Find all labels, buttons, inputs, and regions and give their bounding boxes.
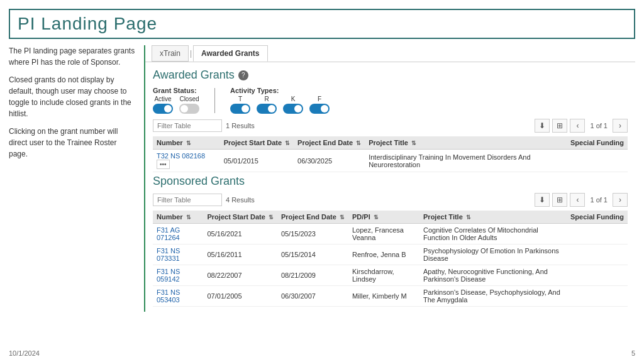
type-t-toggle[interactable]: [230, 104, 250, 114]
sidebar-para-2: Closed grants do not display by default,…: [9, 74, 136, 119]
sponsored-grid-icon[interactable]: ⊞: [552, 193, 567, 207]
sponsored-funding-cell: [567, 244, 628, 265]
awarded-filter-input[interactable]: [153, 119, 222, 132]
type-k-toggle[interactable]: [283, 104, 303, 114]
sponsored-funding-cell: [567, 224, 628, 244]
awarded-grid-icon[interactable]: ⊞: [552, 119, 567, 133]
type-k-label: K: [291, 96, 296, 102]
tab-xtrain[interactable]: xTrain: [152, 45, 189, 62]
tab-awarded-grants[interactable]: Awarded Grants: [193, 45, 267, 62]
sponsored-title-cell: Apathy, Neurocognitive Functioning, And …: [419, 265, 567, 286]
sponsored-grants-section: Sponsored Grants 4 Results ⬇ ⊞ ‹ 1 of 1 …: [153, 175, 628, 307]
awarded-col-title: Project Title ⇅: [365, 136, 567, 150]
tab-divider: |: [189, 49, 193, 58]
table-row: F31 NS 073331 05/16/2011 05/15/2014 Renf…: [153, 244, 628, 265]
awarded-grants-table: Number ⇅ Project Start Date ⇅ Project En…: [153, 136, 628, 172]
sponsored-pdpi-cell: Miller, Kimberly M: [348, 286, 419, 307]
awarded-download-icon[interactable]: ⬇: [535, 119, 550, 133]
type-t-label: T: [238, 96, 242, 102]
active-toggle-item: Active: [153, 96, 173, 114]
awarded-grants-title: Awarded Grants ?: [153, 69, 628, 82]
footer-page: 5: [631, 349, 635, 357]
footer: 10/1/2024 5: [9, 349, 635, 357]
sponsored-pdpi-cell: Lopez, Francesa Veanna: [348, 224, 419, 244]
sponsored-grants-title: Sponsored Grants: [153, 175, 628, 188]
sponsored-col-number: Number ⇅: [153, 211, 204, 224]
closed-label: Closed: [179, 96, 199, 102]
awarded-prev-icon[interactable]: ‹: [570, 119, 585, 133]
closed-toggle[interactable]: [179, 104, 199, 114]
grant-status-filter: Grant Status: Active Closed: [153, 87, 199, 114]
type-f-label: F: [318, 96, 321, 102]
filters-row: Grant Status: Active Closed A: [153, 87, 628, 114]
awarded-col-number: Number ⇅: [153, 136, 220, 150]
type-f-item: F: [309, 96, 330, 114]
sponsored-table-header: Number ⇅ Project Start Date ⇅ Project En…: [153, 211, 628, 224]
sidebar-para-3: Clicking on the grant number will direct…: [9, 126, 136, 160]
activity-types-label: Activity Types:: [230, 87, 330, 94]
awarded-start-cell: 05/01/2015: [220, 150, 294, 172]
sponsored-page-info: 1 of 1: [587, 196, 610, 204]
type-k-item: K: [283, 96, 303, 114]
content-area: xTrain | Awarded Grants Awarded Grants ?…: [144, 45, 635, 312]
table-row: F31 NS 059142 08/22/2007 08/21/2009 Kirs…: [153, 265, 628, 286]
awarded-end-cell: 06/30/2025: [294, 150, 365, 172]
awarded-table-header: Number ⇅ Project Start Date ⇅ Project En…: [153, 136, 628, 150]
active-label: Active: [154, 96, 171, 102]
sponsored-download-icon[interactable]: ⬇: [535, 193, 550, 207]
main-layout: The PI landing page separates grants whe…: [9, 45, 635, 312]
awarded-col-funding: Special Funding: [567, 136, 628, 150]
sponsored-title-cell: Cognitive Correlates Of Mitochondrial Fu…: [419, 224, 567, 244]
sponsored-table-actions: ⬇ ⊞ ‹ 1 of 1 ›: [535, 193, 628, 207]
awarded-title-cell: Interdisciplinary Training In Movement D…: [365, 150, 567, 172]
tab-bar: xTrain | Awarded Grants: [145, 45, 635, 62]
activity-types-filter: Activity Types: T R K: [230, 87, 330, 114]
sponsored-col-start: Project Start Date ⇅: [204, 211, 277, 224]
sponsored-col-funding: Special Funding: [567, 211, 628, 224]
ellipsis-btn[interactable]: •••: [157, 160, 170, 169]
closed-toggle-item: Closed: [179, 96, 199, 114]
sponsored-table-controls: 4 Results ⬇ ⊞ ‹ 1 of 1 ›: [153, 193, 628, 207]
sponsored-col-title: Project Title ⇅: [419, 211, 567, 224]
awarded-col-start: Project Start Date ⇅: [220, 136, 294, 150]
sponsored-title-cell: Parkinson's Disease, Psychophysiology, A…: [419, 286, 567, 307]
sponsored-number-link[interactable]: F31 NS 059142: [157, 268, 180, 283]
awarded-number-link[interactable]: T32 NS 082168: [157, 152, 205, 160]
type-r-label: R: [264, 96, 269, 102]
type-r-item: R: [257, 96, 277, 114]
sponsored-col-pdpi: PD/PI ⇅: [348, 211, 419, 224]
awarded-next-icon[interactable]: ›: [613, 119, 628, 133]
grant-status-label: Grant Status:: [153, 87, 199, 94]
sidebar: The PI landing page separates grants whe…: [9, 45, 144, 312]
filter-divider: [214, 88, 215, 113]
sponsored-title-cell: Psychophysiology Of Emotion In Parkinson…: [419, 244, 567, 265]
awarded-number-cell: T32 NS 082168 •••: [153, 150, 220, 172]
sponsored-number-link[interactable]: F31 NS 053403: [157, 288, 180, 304]
sponsored-end-cell: 05/15/2014: [277, 244, 348, 265]
awarded-page-info: 1 of 1: [587, 122, 610, 129]
awarded-funding-cell: [567, 150, 628, 172]
sponsored-end-cell: 06/30/2007: [277, 286, 348, 307]
awarded-grants-help-icon[interactable]: ?: [238, 70, 248, 80]
activity-types-toggles: T R K F: [230, 96, 330, 114]
page-title: PI Landing Page: [18, 14, 626, 34]
active-toggle[interactable]: [153, 104, 173, 114]
type-r-toggle[interactable]: [257, 104, 277, 114]
sponsored-grants-table: Number ⇅ Project Start Date ⇅ Project En…: [153, 211, 628, 307]
page-header: PI Landing Page: [9, 9, 635, 39]
sponsored-end-cell: 08/21/2009: [277, 265, 348, 286]
type-t-item: T: [230, 96, 250, 114]
sponsored-results-count: 4 Results: [226, 196, 255, 204]
sponsored-pdpi-cell: Renfroe, Jenna B: [348, 244, 419, 265]
grant-status-toggles: Active Closed: [153, 96, 199, 114]
type-f-toggle[interactable]: [309, 104, 330, 114]
sponsored-next-icon[interactable]: ›: [613, 193, 628, 207]
awarded-results-count: 1 Results: [226, 122, 255, 129]
sponsored-prev-icon[interactable]: ‹: [570, 193, 585, 207]
sponsored-filter-input[interactable]: [153, 194, 222, 206]
sponsored-number-link[interactable]: F31 AG 071264: [157, 226, 180, 241]
sponsored-number-cell: F31 NS 073331: [153, 244, 204, 265]
awarded-grants-section: Awarded Grants ? Grant Status: Active Cl…: [145, 62, 635, 312]
sponsored-number-cell: F31 AG 071264: [153, 224, 204, 244]
sponsored-number-link[interactable]: F31 NS 073331: [157, 247, 180, 262]
